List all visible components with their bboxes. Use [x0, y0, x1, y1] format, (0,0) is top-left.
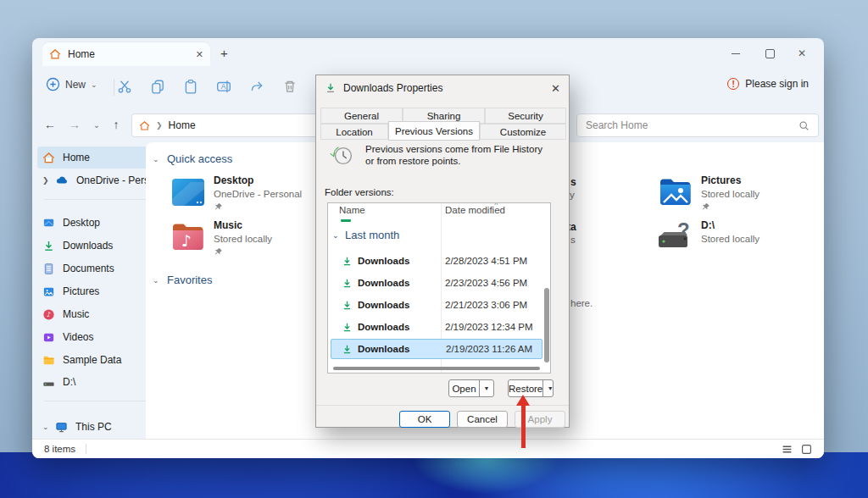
- tile-pictures[interactable]: Pictures Stored locally: [701, 174, 760, 212]
- rename-icon: A: [216, 79, 231, 94]
- up-button[interactable]: ↑: [105, 113, 127, 136]
- ok-button[interactable]: OK: [399, 411, 450, 428]
- version-row[interactable]: Downloads 2/23/2023 4:56 PM: [331, 273, 542, 293]
- new-tab-button[interactable]: +: [220, 46, 228, 60]
- group-last-month[interactable]: ⌄ Last month: [332, 229, 399, 241]
- drive-big-icon[interactable]: ?: [657, 219, 694, 256]
- svg-text:♪: ♪: [47, 311, 51, 318]
- open-dropdown-icon[interactable]: ▼: [479, 380, 493, 396]
- close-button[interactable]: ✕: [785, 43, 819, 64]
- sidebar-label: Music: [63, 308, 137, 320]
- tile-subtitle: OneDrive - Personal: [214, 189, 302, 199]
- restore-dropdown-icon[interactable]: ▼: [542, 380, 557, 396]
- sidebar-item-desktop[interactable]: Desktop: [37, 212, 159, 234]
- tab-location[interactable]: Location: [320, 124, 388, 140]
- chevron-down-icon: ⌄: [153, 276, 161, 285]
- videos-icon: [42, 331, 55, 344]
- cut-button[interactable]: [114, 75, 136, 97]
- version-date: 2/19/2023 11:26 AM: [446, 344, 532, 354]
- sidebar-label: This PC: [75, 421, 154, 433]
- folder-versions-list[interactable]: Name Date modified ˄ ⌄ Last month Downlo…: [327, 202, 551, 374]
- folder-versions-label: Folder versions:: [325, 187, 394, 197]
- signin-button[interactable]: ! Please sign in: [727, 78, 809, 90]
- dialog-title-bar: Downloads Properties ✕: [316, 75, 569, 101]
- home-icon: [139, 120, 150, 131]
- tile-d-drive[interactable]: D:\ Stored locally: [701, 219, 760, 244]
- sidebar-item-this-pc[interactable]: ⌄ This PC: [37, 416, 159, 438]
- sidebar-item-home[interactable]: Home: [37, 147, 159, 169]
- open-button[interactable]: Open ▼: [448, 379, 494, 397]
- details-view-icon[interactable]: [782, 444, 793, 455]
- sidebar-item-downloads[interactable]: Downloads: [37, 235, 159, 257]
- cancel-button[interactable]: Cancel: [457, 411, 508, 428]
- apply-label: Apply: [528, 414, 553, 424]
- version-date: 2/21/2023 3:06 PM: [445, 300, 527, 310]
- maximize-button[interactable]: [753, 43, 787, 64]
- tab-label: General: [344, 111, 379, 121]
- collapse-chevron-icon[interactable]: ⌄: [42, 423, 51, 431]
- tab-close-icon[interactable]: ✕: [196, 49, 203, 60]
- music-big-icon[interactable]: ♪: [170, 219, 207, 256]
- group-label: Favorites: [167, 274, 212, 286]
- new-button[interactable]: New ⌄: [46, 77, 99, 91]
- desktop-big-icon[interactable]: [170, 174, 207, 211]
- search-input[interactable]: Search Home: [576, 113, 819, 137]
- tile-desktop[interactable]: Desktop OneDrive - Personal: [214, 174, 302, 212]
- version-row[interactable]: Downloads 2/19/2023 12:34 PM: [331, 317, 542, 337]
- sidebar-item-pictures[interactable]: Pictures: [37, 280, 159, 302]
- sidebar-item-onedrive[interactable]: ❯ OneDrive - Personal: [37, 169, 159, 191]
- sidebar-divider: [44, 199, 153, 200]
- back-button[interactable]: ←: [39, 113, 61, 136]
- home-icon: [42, 152, 55, 164]
- tile-music[interactable]: Music Stored locally: [214, 219, 272, 257]
- pictures-big-icon[interactable]: [657, 174, 694, 211]
- copy-button[interactable]: [147, 75, 169, 97]
- forward-button[interactable]: →: [64, 113, 86, 136]
- restore-button-label: Restore: [509, 384, 542, 394]
- column-header-name[interactable]: Name: [339, 205, 365, 215]
- sidebar-label: D:\: [63, 376, 154, 388]
- group-label: Last month: [345, 229, 399, 241]
- scissors-icon: [117, 79, 132, 94]
- annotation-arrow-shaft: [521, 405, 526, 448]
- list-vertical-scrollbar[interactable]: [544, 288, 549, 362]
- sidebar-item-documents[interactable]: Documents: [37, 257, 159, 279]
- expand-chevron-icon[interactable]: ❯: [42, 176, 51, 185]
- tab-home[interactable]: Home ✕: [42, 42, 210, 66]
- plus-circle-icon: [46, 77, 60, 91]
- onedrive-cloud-icon: [55, 174, 69, 187]
- version-row[interactable]: Downloads 2/28/2023 4:51 PM: [331, 251, 542, 271]
- sidebar-item-d-drive[interactable]: D:\: [37, 371, 159, 393]
- group-favorites[interactable]: ⌄ Favorites: [153, 274, 212, 286]
- paste-button[interactable]: [180, 75, 202, 97]
- this-pc-icon: [55, 421, 68, 434]
- version-row[interactable]: Downloads 2/21/2023 3:06 PM: [331, 295, 542, 315]
- version-row-selected[interactable]: Downloads 2/19/2023 11:26 AM: [331, 339, 542, 359]
- tab-security[interactable]: Security: [485, 108, 566, 124]
- tab-customize[interactable]: Customize: [480, 124, 566, 140]
- dialog-close-icon[interactable]: ✕: [551, 82, 560, 95]
- tile-subtitle: Stored locally: [701, 234, 760, 244]
- large-icons-view-icon[interactable]: [801, 444, 812, 455]
- sidebar-label: Sample Data: [63, 354, 154, 366]
- list-horizontal-scrollbar[interactable]: [333, 367, 540, 370]
- search-placeholder: Search Home: [586, 119, 648, 131]
- alert-circle-icon: !: [727, 78, 739, 90]
- copy-icon: [150, 79, 165, 94]
- restore-button[interactable]: Restore ▼: [508, 379, 554, 397]
- tab-previous-versions[interactable]: Previous Versions: [388, 121, 480, 141]
- rename-button[interactable]: A: [213, 75, 235, 97]
- group-label: Quick access: [167, 152, 232, 165]
- delete-button[interactable]: [279, 75, 301, 97]
- sidebar-item-sample-data[interactable]: Sample Data: [37, 349, 159, 371]
- svg-text:A: A: [221, 82, 226, 91]
- download-icon: [342, 322, 353, 333]
- group-quick-access[interactable]: ⌄ Quick access: [153, 152, 232, 165]
- share-icon: [249, 79, 264, 94]
- sidebar-item-music[interactable]: ♪ Music: [37, 303, 159, 325]
- share-button[interactable]: [246, 75, 268, 97]
- download-icon: [42, 240, 55, 252]
- sidebar-item-videos[interactable]: Videos: [37, 326, 159, 348]
- minimize-button[interactable]: [719, 43, 753, 64]
- folder-icon: [42, 354, 55, 367]
